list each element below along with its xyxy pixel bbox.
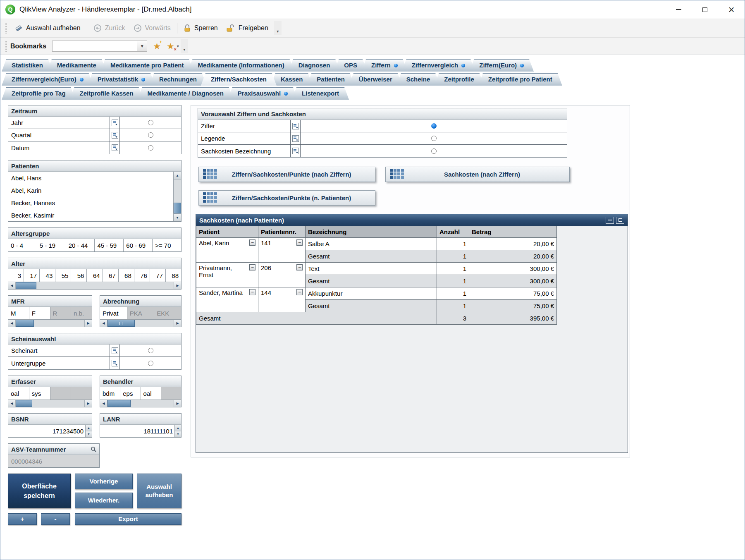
tab-ziffern-euro[interactable]: Ziffern(Euro) xyxy=(469,59,534,72)
multibox-field-label[interactable]: Legende xyxy=(198,132,291,144)
selection-indicator-selected[interactable] xyxy=(431,123,437,129)
selection-indicator[interactable] xyxy=(148,132,153,138)
total-label-cell[interactable]: Gesamt xyxy=(196,312,437,325)
tab-medikamente-pro-patient[interactable]: Medikamente pro Patient xyxy=(100,59,194,72)
value-cell[interactable]: M xyxy=(8,307,29,319)
dropdown-select-button[interactable] xyxy=(110,141,120,154)
forward-button[interactable]: Vorwärts xyxy=(129,21,175,35)
value-cell-excluded[interactable]: n.b. xyxy=(71,307,92,319)
value-cell[interactable]: 20 - 44 xyxy=(66,239,95,251)
betrag-cell[interactable]: 75,00 € xyxy=(469,300,557,312)
collapse-minus-icon[interactable]: − xyxy=(296,289,303,295)
anzahl-cell[interactable]: 3 xyxy=(437,312,469,325)
dropdown-select-button[interactable] xyxy=(291,132,301,144)
scroll-right-button[interactable]: ▶ xyxy=(84,400,92,407)
betrag-cell[interactable]: 300,00 € xyxy=(469,263,557,275)
dropdown-select-button[interactable] xyxy=(110,357,120,369)
multibox-field-label[interactable]: Ziffer xyxy=(198,120,291,132)
column-header-betrag[interactable]: Betrag xyxy=(469,226,557,238)
tab-medikamente[interactable]: Medikamente xyxy=(47,59,106,72)
value-cell[interactable]: 56 xyxy=(71,269,87,282)
column-header-bezeichnung[interactable]: Bezeichnung xyxy=(306,226,437,238)
value-cell[interactable]: 64 xyxy=(87,269,103,282)
value-cell[interactable]: 5 - 19 xyxy=(37,239,66,251)
selection-indicator[interactable] xyxy=(148,348,153,353)
collapse-minus-icon[interactable]: − xyxy=(249,264,255,270)
scroll-thumb[interactable] xyxy=(16,320,34,327)
tab-medikamente-diagnosen[interactable]: Medikamente / Diagnosen xyxy=(138,87,234,100)
spinner[interactable]: ▲ ▼ xyxy=(174,425,181,437)
tab-ziffern[interactable]: Ziffern xyxy=(361,59,408,72)
anzahl-cell[interactable]: 1 xyxy=(437,287,469,300)
spin-down-button[interactable]: ▼ xyxy=(86,431,92,438)
minus-button[interactable]: - xyxy=(41,513,70,525)
multibox-field-label[interactable]: Jahr xyxy=(8,117,110,129)
tab-ueberweiser[interactable]: Überweiser xyxy=(349,73,402,86)
multibox-field-label[interactable]: Datum xyxy=(8,141,110,154)
selection-indicator[interactable] xyxy=(148,145,153,151)
open-table-button-ziffern-sachkosten-punkte-n-patienten[interactable]: Ziffern/Sachkosten/Punkte (n. Patienten) xyxy=(198,190,375,206)
clear-selection-button[interactable]: Auswahl aufheben xyxy=(137,474,181,508)
list-item[interactable]: Abel, Hans xyxy=(8,172,173,184)
restore-button[interactable]: Wiederher. xyxy=(75,493,133,508)
dropdown-select-button[interactable] xyxy=(291,120,301,132)
bezeichnung-cell[interactable]: Akkupunktur xyxy=(306,287,437,300)
multibox-field-label[interactable]: Sachkosten Bezeichnung xyxy=(198,145,291,157)
tab-zeitprofile[interactable]: Zeitprofile xyxy=(434,73,484,86)
betrag-cell[interactable]: 20,00 € xyxy=(469,250,557,263)
selection-indicator[interactable] xyxy=(431,148,437,154)
patient-number[interactable]: 144 xyxy=(261,289,295,296)
back-button[interactable]: Zurück xyxy=(89,21,129,35)
value-cell[interactable]: 3 xyxy=(8,269,24,282)
scroll-left-button[interactable]: ◀ xyxy=(100,320,107,327)
patient-number[interactable]: 141 xyxy=(261,239,295,246)
h-scrollbar[interactable]: ◀ ▶ xyxy=(100,319,181,327)
value-cell[interactable]: >= 70 xyxy=(153,239,181,251)
scroll-right-button[interactable]: ▶ xyxy=(174,400,181,407)
collapse-minus-icon[interactable]: − xyxy=(249,289,255,295)
value-cell[interactable]: 68 xyxy=(119,269,134,282)
value-cell[interactable]: F xyxy=(29,307,50,319)
scroll-thumb[interactable] xyxy=(174,203,181,213)
anzahl-cell[interactable]: 1 xyxy=(437,275,469,287)
patient-name[interactable]: Privatmann, Ernst xyxy=(199,264,248,278)
dropdown-select-button[interactable] xyxy=(110,345,120,357)
list-item[interactable]: Becker, Hannes xyxy=(8,196,173,209)
anzahl-cell[interactable]: 1 xyxy=(437,300,469,312)
add-bookmark-button[interactable]: ★✦ xyxy=(153,42,161,50)
toolbar-overflow-button[interactable]: ▾ xyxy=(274,21,282,35)
multibox-field-label[interactable]: Scheinart xyxy=(8,345,110,357)
h-scrollbar[interactable]: ◀ ▶ xyxy=(8,319,92,327)
scroll-thumb[interactable] xyxy=(107,320,135,327)
value-cell[interactable]: oal xyxy=(8,387,29,400)
open-table-button-sachkosten-nach-ziffern[interactable]: Sachkosten (nach Ziffern) xyxy=(385,167,570,182)
betrag-cell[interactable]: 75,00 € xyxy=(469,287,557,300)
selection-indicator[interactable] xyxy=(148,120,153,125)
anzahl-cell[interactable]: 1 xyxy=(437,263,469,275)
value-cell[interactable]: oal xyxy=(141,387,161,400)
unlock-selections-button[interactable]: Freigeben xyxy=(222,21,272,35)
value-cell[interactable]: 0 - 4 xyxy=(8,239,37,251)
value-cell[interactable]: 55 xyxy=(55,269,71,282)
tab-ziffernvergleich[interactable]: Ziffernvergleich xyxy=(402,59,475,72)
scroll-thumb[interactable] xyxy=(16,400,32,407)
table-maximize-button[interactable] xyxy=(616,217,624,224)
tab-diagnosen[interactable]: Diagnosen xyxy=(289,59,340,72)
previous-button[interactable]: Vorherige xyxy=(75,474,133,489)
value-cell-excluded[interactable]: PKA xyxy=(127,307,155,319)
betrag-cell[interactable]: 20,00 € xyxy=(469,238,557,250)
column-header-patientennr[interactable]: Patientennr. xyxy=(258,226,306,238)
value-cell[interactable]: bdm xyxy=(100,387,120,400)
tab-statistiken[interactable]: Statistiken xyxy=(2,59,53,72)
bezeichnung-cell[interactable]: Salbe A xyxy=(306,238,437,250)
spin-up-button[interactable]: ▲ xyxy=(175,425,181,431)
value-cell-excluded[interactable]: EKK xyxy=(154,307,181,319)
plus-button[interactable]: + xyxy=(8,513,37,525)
scroll-thumb[interactable] xyxy=(16,282,36,289)
scroll-right-button[interactable]: ▶ xyxy=(84,320,92,327)
dropdown-select-button[interactable] xyxy=(110,117,120,129)
betrag-cell[interactable]: 395,00 € xyxy=(469,312,557,325)
value-cell[interactable]: sys xyxy=(29,387,50,400)
h-scrollbar[interactable]: ◀ ▶ xyxy=(100,400,181,407)
tab-patienten[interactable]: Patienten xyxy=(307,73,355,86)
